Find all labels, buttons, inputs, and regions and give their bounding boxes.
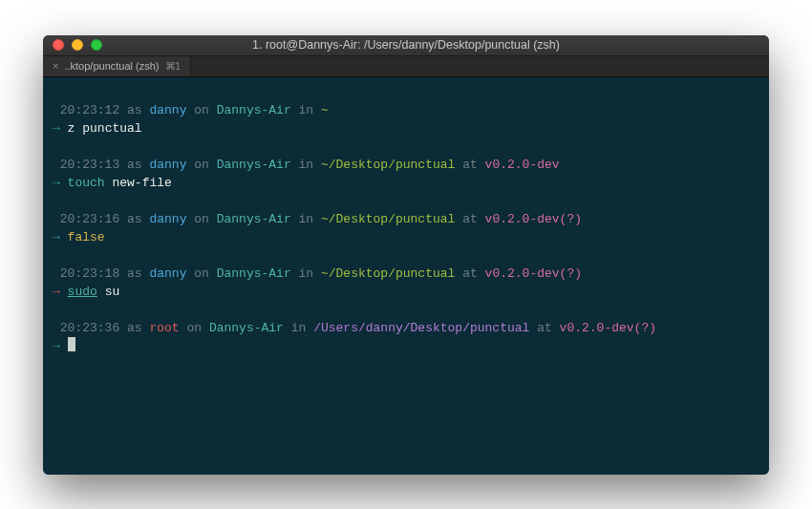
terminal-window: 1. root@Dannys-Air: /Users/danny/Desktop… [43,35,769,475]
minimize-icon[interactable] [72,39,83,51]
prompt-command-line[interactable]: → z punctual [53,119,759,138]
window-title: 1. root@Dannys-Air: /Users/danny/Desktop… [43,38,769,52]
prompt-info-line: 20:23:36 as root on Dannys-Air in /Users… [53,319,759,337]
prompt-info-line: 20:23:16 as danny on Dannys-Air in ~/Des… [53,210,759,228]
tab-shortcut: ⌘1 [165,60,181,73]
tab-bar: × ..ktop/punctual (zsh) ⌘1 [43,56,769,77]
prompt-command-line[interactable]: → touch new-file [53,174,759,192]
cursor [68,337,75,351]
close-icon[interactable] [53,39,64,51]
prompt-command-line[interactable]: → false [53,228,759,246]
traffic-lights [43,39,102,51]
zoom-icon[interactable] [91,39,102,51]
prompt-info-line: 20:23:18 as danny on Dannys-Air in ~/Des… [53,265,759,283]
prompt-command-line[interactable]: → [53,337,759,355]
terminal-content[interactable]: 20:23:12 as danny on Dannys-Air in ~→ z … [43,77,769,475]
prompt-command-line[interactable]: → sudo su [53,283,759,301]
titlebar[interactable]: 1. root@Dannys-Air: /Users/danny/Desktop… [43,35,769,56]
prompt-info-line: 20:23:12 as danny on Dannys-Air in ~ [53,101,759,119]
tab-terminal[interactable]: × ..ktop/punctual (zsh) ⌘1 [43,56,191,76]
close-tab-icon[interactable]: × [53,60,58,72]
tab-label: ..ktop/punctual (zsh) [64,60,159,72]
prompt-info-line: 20:23:13 as danny on Dannys-Air in ~/Des… [53,156,759,174]
